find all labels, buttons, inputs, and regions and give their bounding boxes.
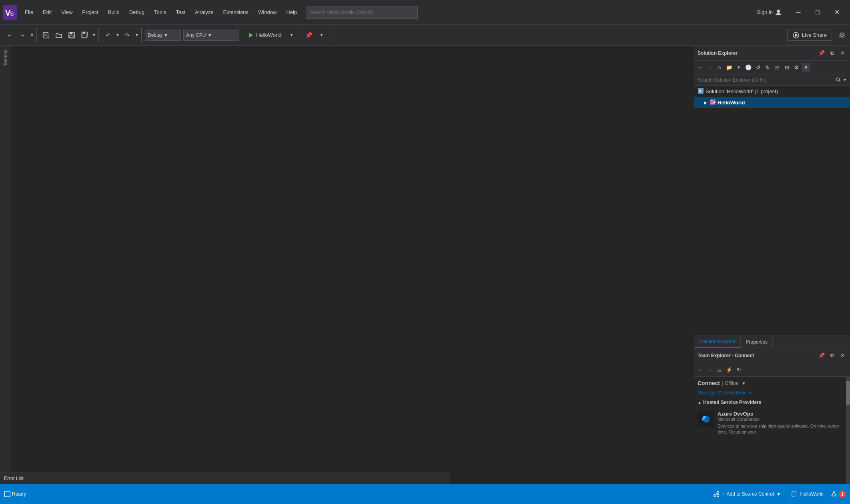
debug-config-dropdown[interactable]: Debug ▼	[145, 30, 181, 41]
se-float-button[interactable]: ⧉	[828, 49, 836, 58]
toolbar-settings-button[interactable]	[836, 30, 848, 41]
maximize-button[interactable]: □	[808, 6, 827, 19]
se-expand-button[interactable]: ⊞	[782, 63, 791, 72]
se-folder-dropdown[interactable]: ▼	[734, 63, 743, 72]
te-close-button[interactable]: ✕	[838, 351, 847, 360]
error-list-tab[interactable]: Error List	[0, 472, 450, 484]
menu-tools[interactable]: Tools	[149, 0, 171, 24]
menu-edit[interactable]: Edit	[38, 0, 56, 24]
save-all-button[interactable]	[78, 30, 90, 41]
menu-window[interactable]: Window	[253, 0, 281, 24]
run-toolbar-group: HelloWorld ▼	[243, 28, 299, 42]
cpu-config-dropdown[interactable]: Any CPU ▼	[183, 30, 239, 41]
svg-text:C#: C#	[710, 100, 716, 104]
menu-view[interactable]: View	[56, 0, 77, 24]
menu-help[interactable]: Help	[281, 0, 302, 24]
se-search-input[interactable]	[698, 77, 834, 83]
pin-toolbar-group: 📌 ▼	[301, 28, 329, 42]
back-button[interactable]: ←	[4, 30, 16, 41]
close-button[interactable]: ✕	[828, 6, 846, 19]
scrollbar-thumb[interactable]	[846, 381, 850, 405]
te-float-button[interactable]: ⧉	[828, 351, 836, 360]
azure-devops-item[interactable]: Azure DevOps Microsoft Corporation Servi…	[698, 408, 847, 438]
tab-properties[interactable]: Properties	[741, 336, 773, 348]
se-close-button[interactable]: ✕	[838, 49, 847, 58]
se-refresh-button[interactable]: ↻	[763, 63, 772, 72]
svg-rect-26	[4, 491, 10, 497]
svg-rect-11	[70, 32, 72, 34]
save-button[interactable]	[66, 30, 78, 41]
pin-dropdown[interactable]: ▼	[315, 30, 327, 41]
new-project-button[interactable]	[40, 30, 52, 41]
add-source-control-label: Add to Source Control	[727, 491, 774, 497]
menu-build[interactable]: Build	[103, 0, 124, 24]
connect-separator: |	[722, 380, 723, 386]
panel-tabs: Solution Explorer Properties	[694, 336, 850, 348]
se-sync-button[interactable]: ↺	[754, 63, 762, 72]
se-history-button[interactable]: 🕐	[744, 63, 753, 72]
svg-point-19	[836, 78, 840, 81]
se-pin-button[interactable]: 📌	[817, 49, 826, 58]
live-share-button[interactable]: Live Share	[787, 30, 832, 41]
menu-debug[interactable]: Debug	[124, 0, 149, 24]
menu-file[interactable]: File	[20, 0, 38, 24]
notification-status[interactable]: 1	[831, 490, 846, 498]
menu-analyze[interactable]: Analyze	[190, 0, 218, 24]
pin-button[interactable]: 📌	[303, 30, 315, 41]
undo-button[interactable]: ↶	[102, 30, 114, 41]
se-search-options[interactable]: ▼	[843, 78, 847, 82]
se-collapse-button[interactable]: ⊟	[773, 63, 782, 72]
minimize-button[interactable]: ─	[789, 6, 808, 19]
se-folder-button[interactable]: 📁	[725, 63, 734, 72]
se-active-button[interactable]: ≡	[802, 63, 810, 72]
redo-dropdown[interactable]: ▼	[134, 30, 140, 41]
menu-project[interactable]: Project	[77, 0, 103, 24]
project-tree-item[interactable]: ▶ C# HelloWorld	[694, 97, 850, 108]
te-refresh-button[interactable]: ↻	[734, 366, 743, 374]
solution-explorer-toolbar: ← → ⌂ 📁 ▼ 🕐 ↺ ↻ ⊟ ⊞ ⚙ ≡	[694, 61, 850, 74]
search-input[interactable]	[306, 6, 418, 19]
forward-button[interactable]: →	[16, 30, 28, 41]
editor-area[interactable]	[11, 46, 694, 484]
tab-solution-explorer[interactable]: Solution Explorer	[694, 336, 741, 348]
azure-devops-icon	[698, 411, 714, 427]
te-back-button[interactable]: ←	[696, 366, 705, 374]
save-all-icon	[81, 32, 88, 39]
connect-label: Connect	[698, 380, 720, 386]
manage-connections-link[interactable]: Manage Connections ▼	[698, 390, 847, 396]
redo-button[interactable]: ↷	[121, 30, 133, 41]
team-explorer-header: Team Explorer - Connect 📌 ⧉ ✕	[694, 348, 850, 363]
te-pin-button[interactable]: 📌	[817, 351, 826, 360]
source-control-icon	[713, 491, 720, 497]
add-source-control-button[interactable]: ↑ Add to Source Control ▼	[710, 489, 784, 499]
save-icon	[68, 32, 75, 39]
project-icon: C#	[710, 99, 716, 106]
se-settings-button[interactable]: ⚙	[792, 63, 801, 72]
status-bar: Ready ↑ Add to Source Control ▼ HelloWor…	[0, 484, 850, 504]
team-explorer-scrollbar[interactable]	[846, 377, 850, 484]
error-list-label: Error List	[4, 476, 24, 481]
svg-point-29	[717, 495, 719, 497]
connect-dropdown-arrow[interactable]: ▼	[742, 381, 746, 386]
te-connect-button[interactable]: ⚡	[725, 366, 734, 374]
te-home-button[interactable]: ⌂	[715, 366, 724, 374]
te-forward-button[interactable]: →	[706, 366, 714, 374]
solution-tree-item[interactable]: S Solution 'HelloWorld' (1 project)	[694, 86, 850, 97]
run-button[interactable]: HelloWorld	[245, 30, 285, 40]
source-control-arrow-down: ▼	[776, 491, 781, 497]
hosted-section-header: ▲ Hosted Service Providers	[698, 400, 847, 405]
menu-extensions[interactable]: Extensions	[218, 0, 253, 24]
hello-world-status[interactable]: HelloWorld	[788, 489, 827, 499]
dropdown-arrow-files[interactable]: ▼	[91, 30, 97, 41]
se-forward-button[interactable]: →	[706, 63, 714, 72]
toolbox-sidebar[interactable]: Toolbox	[0, 46, 11, 484]
team-explorer-title: Team Explorer - Connect	[698, 353, 816, 358]
undo-dropdown[interactable]: ▼	[115, 30, 120, 41]
open-file-button[interactable]	[53, 30, 65, 41]
se-home-button[interactable]: ⌂	[715, 63, 724, 72]
menu-test[interactable]: Test	[171, 0, 190, 24]
dropdown-arrow[interactable]: ▼	[29, 30, 35, 41]
run-dropdown-arrow[interactable]: ▼	[285, 30, 297, 41]
sign-in-button[interactable]: Sign in	[754, 7, 785, 18]
se-back-button[interactable]: ←	[696, 63, 705, 72]
